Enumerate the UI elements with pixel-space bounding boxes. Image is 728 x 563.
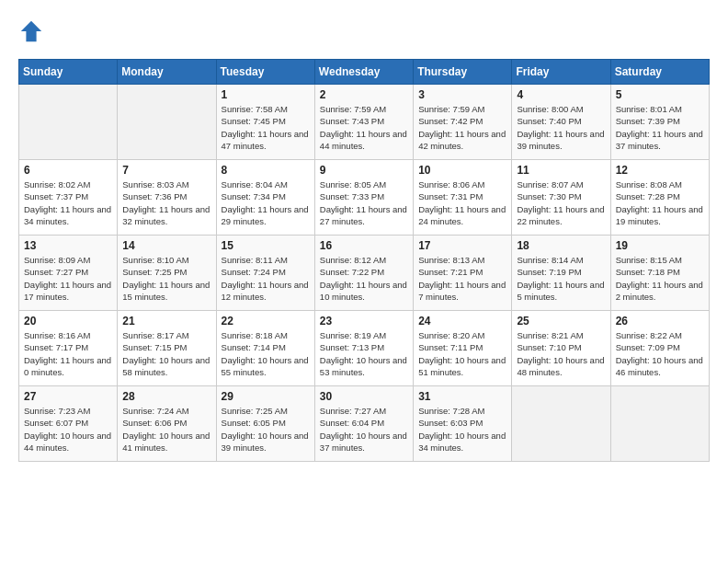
day-number: 1 (222, 88, 310, 101)
day-info: Sunrise: 7:59 AM Sunset: 7:43 PM Dayligh… (320, 103, 408, 152)
calendar-cell: 4Sunrise: 8:00 AM Sunset: 7:40 PM Daylig… (512, 85, 610, 160)
day-info: Sunrise: 8:01 AM Sunset: 7:39 PM Dayligh… (616, 103, 704, 152)
day-number: 14 (122, 239, 210, 252)
day-number: 30 (320, 390, 408, 403)
calendar-cell: 23Sunrise: 8:19 AM Sunset: 7:13 PM Dayli… (314, 311, 413, 386)
weekday-header: Tuesday (216, 60, 314, 85)
calendar-cell: 1Sunrise: 7:58 AM Sunset: 7:45 PM Daylig… (216, 85, 314, 160)
calendar-cell: 13Sunrise: 8:09 AM Sunset: 7:27 PM Dayli… (19, 236, 118, 311)
day-number: 26 (616, 315, 704, 327)
calendar-cell: 21Sunrise: 8:17 AM Sunset: 7:15 PM Dayli… (118, 311, 216, 386)
calendar-cell: 22Sunrise: 8:18 AM Sunset: 7:14 PM Dayli… (216, 311, 314, 386)
day-info: Sunrise: 7:27 AM Sunset: 6:04 PM Dayligh… (320, 405, 408, 454)
day-number: 5 (616, 88, 704, 101)
day-number: 11 (517, 164, 605, 177)
day-number: 12 (616, 164, 704, 177)
weekday-header: Thursday (414, 60, 512, 85)
day-number: 31 (418, 390, 506, 403)
calendar-cell: 30Sunrise: 7:27 AM Sunset: 6:04 PM Dayli… (314, 386, 413, 462)
day-info: Sunrise: 7:24 AM Sunset: 6:06 PM Dayligh… (122, 405, 210, 454)
calendar-cell: 27Sunrise: 7:23 AM Sunset: 6:07 PM Dayli… (19, 386, 118, 462)
calendar-cell: 20Sunrise: 8:16 AM Sunset: 7:17 PM Dayli… (19, 311, 118, 386)
day-info: Sunrise: 8:17 AM Sunset: 7:15 PM Dayligh… (122, 329, 210, 378)
calendar-cell: 8Sunrise: 8:04 AM Sunset: 7:34 PM Daylig… (216, 160, 314, 236)
day-number: 23 (320, 315, 408, 327)
day-number: 24 (418, 315, 506, 327)
calendar-cell: 2Sunrise: 7:59 AM Sunset: 7:43 PM Daylig… (314, 85, 413, 160)
weekday-header: Saturday (610, 60, 709, 85)
day-info: Sunrise: 8:20 AM Sunset: 7:11 PM Dayligh… (418, 329, 506, 378)
day-info: Sunrise: 8:07 AM Sunset: 7:30 PM Dayligh… (517, 178, 605, 227)
day-info: Sunrise: 7:58 AM Sunset: 7:45 PM Dayligh… (222, 103, 310, 152)
calendar-cell: 16Sunrise: 8:12 AM Sunset: 7:22 PM Dayli… (314, 236, 413, 311)
calendar-cell: 28Sunrise: 7:24 AM Sunset: 6:06 PM Dayli… (118, 386, 216, 462)
day-number: 3 (418, 88, 506, 101)
calendar-cell: 6Sunrise: 8:02 AM Sunset: 7:37 PM Daylig… (19, 160, 118, 236)
calendar-week-row: 1Sunrise: 7:58 AM Sunset: 7:45 PM Daylig… (19, 85, 710, 160)
day-number: 15 (222, 239, 310, 252)
calendar-cell: 10Sunrise: 8:06 AM Sunset: 7:31 PM Dayli… (414, 160, 512, 236)
calendar-cell: 5Sunrise: 8:01 AM Sunset: 7:39 PM Daylig… (610, 85, 709, 160)
calendar-week-row: 20Sunrise: 8:16 AM Sunset: 7:17 PM Dayli… (19, 311, 710, 386)
calendar-cell: 26Sunrise: 8:22 AM Sunset: 7:09 PM Dayli… (610, 311, 709, 386)
calendar-week-row: 6Sunrise: 8:02 AM Sunset: 7:37 PM Daylig… (19, 160, 710, 236)
calendar-cell: 25Sunrise: 8:21 AM Sunset: 7:10 PM Dayli… (512, 311, 610, 386)
day-info: Sunrise: 8:08 AM Sunset: 7:28 PM Dayligh… (616, 178, 704, 227)
day-number: 25 (517, 315, 605, 327)
day-number: 19 (616, 239, 704, 252)
day-info: Sunrise: 8:22 AM Sunset: 7:09 PM Dayligh… (616, 329, 704, 378)
day-info: Sunrise: 8:12 AM Sunset: 7:22 PM Dayligh… (320, 254, 408, 303)
day-number: 20 (24, 315, 112, 327)
calendar-week-row: 27Sunrise: 7:23 AM Sunset: 6:07 PM Dayli… (19, 386, 710, 462)
day-number: 28 (122, 390, 210, 403)
day-number: 2 (320, 88, 408, 101)
day-info: Sunrise: 7:25 AM Sunset: 6:05 PM Dayligh… (222, 405, 310, 454)
calendar-cell: 14Sunrise: 8:10 AM Sunset: 7:25 PM Dayli… (118, 236, 216, 311)
day-info: Sunrise: 8:10 AM Sunset: 7:25 PM Dayligh… (122, 254, 210, 303)
day-number: 8 (222, 164, 310, 177)
day-number: 29 (222, 390, 310, 403)
calendar-cell: 11Sunrise: 8:07 AM Sunset: 7:30 PM Dayli… (512, 160, 610, 236)
day-info: Sunrise: 8:03 AM Sunset: 7:36 PM Dayligh… (122, 178, 210, 227)
day-number: 21 (122, 315, 210, 327)
day-info: Sunrise: 8:15 AM Sunset: 7:18 PM Dayligh… (616, 254, 704, 303)
day-info: Sunrise: 8:11 AM Sunset: 7:24 PM Dayligh… (222, 254, 310, 303)
logo (18, 18, 48, 44)
calendar-cell: 12Sunrise: 8:08 AM Sunset: 7:28 PM Dayli… (610, 160, 709, 236)
page-header (18, 18, 710, 44)
day-number: 17 (418, 239, 506, 252)
weekday-header: Friday (512, 60, 610, 85)
day-number: 27 (24, 390, 112, 403)
day-number: 4 (517, 88, 605, 101)
day-info: Sunrise: 8:09 AM Sunset: 7:27 PM Dayligh… (24, 254, 112, 303)
calendar-cell (610, 386, 709, 462)
calendar-cell: 3Sunrise: 7:59 AM Sunset: 7:42 PM Daylig… (414, 85, 512, 160)
logo-icon (18, 18, 44, 44)
calendar-cell (118, 85, 216, 160)
day-info: Sunrise: 7:28 AM Sunset: 6:03 PM Dayligh… (418, 405, 506, 454)
calendar-cell: 31Sunrise: 7:28 AM Sunset: 6:03 PM Dayli… (414, 386, 512, 462)
day-info: Sunrise: 8:06 AM Sunset: 7:31 PM Dayligh… (418, 178, 506, 227)
day-info: Sunrise: 7:23 AM Sunset: 6:07 PM Dayligh… (24, 405, 112, 454)
calendar-table: SundayMondayTuesdayWednesdayThursdayFrid… (18, 59, 710, 462)
day-info: Sunrise: 7:59 AM Sunset: 7:42 PM Dayligh… (418, 103, 506, 152)
calendar-cell (512, 386, 610, 462)
calendar-cell: 7Sunrise: 8:03 AM Sunset: 7:36 PM Daylig… (118, 160, 216, 236)
day-number: 16 (320, 239, 408, 252)
day-info: Sunrise: 8:05 AM Sunset: 7:33 PM Dayligh… (320, 178, 408, 227)
day-number: 10 (418, 164, 506, 177)
calendar-cell: 19Sunrise: 8:15 AM Sunset: 7:18 PM Dayli… (610, 236, 709, 311)
calendar-cell: 24Sunrise: 8:20 AM Sunset: 7:11 PM Dayli… (414, 311, 512, 386)
svg-marker-0 (21, 21, 41, 41)
calendar-cell: 18Sunrise: 8:14 AM Sunset: 7:19 PM Dayli… (512, 236, 610, 311)
day-info: Sunrise: 8:21 AM Sunset: 7:10 PM Dayligh… (517, 329, 605, 378)
day-info: Sunrise: 8:18 AM Sunset: 7:14 PM Dayligh… (222, 329, 310, 378)
calendar-cell: 15Sunrise: 8:11 AM Sunset: 7:24 PM Dayli… (216, 236, 314, 311)
day-info: Sunrise: 8:13 AM Sunset: 7:21 PM Dayligh… (418, 254, 506, 303)
weekday-header: Wednesday (314, 60, 413, 85)
calendar-cell: 9Sunrise: 8:05 AM Sunset: 7:33 PM Daylig… (314, 160, 413, 236)
weekday-header: Sunday (19, 60, 118, 85)
calendar-cell: 17Sunrise: 8:13 AM Sunset: 7:21 PM Dayli… (414, 236, 512, 311)
calendar-cell (19, 85, 118, 160)
day-info: Sunrise: 8:02 AM Sunset: 7:37 PM Dayligh… (24, 178, 112, 227)
